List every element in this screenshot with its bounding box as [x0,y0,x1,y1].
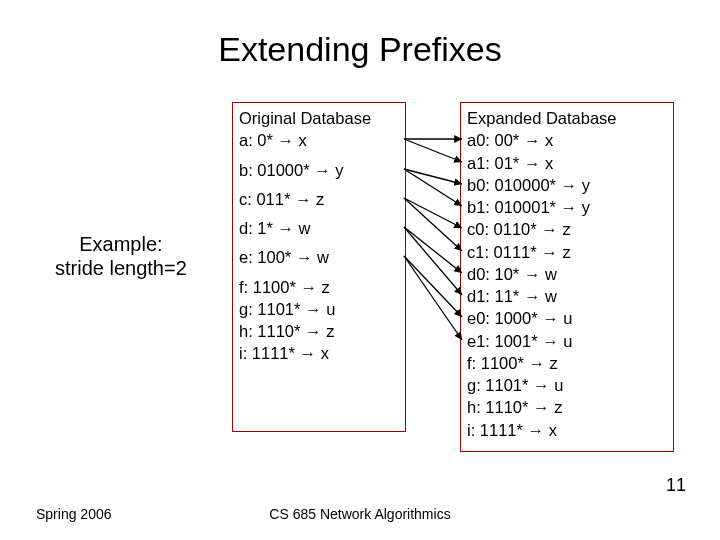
original-row-h: h: 1110* → z [239,320,399,342]
expanded-row-a1: a1: 01* → x [467,152,667,174]
original-database-box: Original Database a: 0* → xb: 01000* → y… [232,102,406,432]
arrow-e-to-e1 [404,256,462,340]
arrow-b-to-b1 [404,169,462,206]
arrow-d-to-d0 [404,227,462,273]
expanded-row-e1: e1: 1001* → u [467,330,667,352]
expanded-row-b1: b1: 010001* → y [467,196,667,218]
expanded-row-g: g: 1101* → u [467,374,667,396]
expanded-row-i: i: 1111* → x [467,419,667,441]
expanded-row-d1: d1: 11* → w [467,285,667,307]
expanded-row-h: h: 1110* → z [467,396,667,418]
expanded-header: Expanded Database [467,107,667,129]
original-row-f: f: 1100* → z [239,276,399,298]
original-header: Original Database [239,107,399,129]
expanded-database-box: Expanded Database a0: 00* → xa1: 01* → x… [460,102,674,452]
example-line2: stride length=2 [55,257,187,279]
expanded-row-a0: a0: 00* → x [467,129,667,151]
expanded-row-e0: e0: 1000* → u [467,307,667,329]
original-row-b: b: 01000* → y [239,159,399,181]
arrow-a-to-a1 [404,139,462,162]
expanded-row-f: f: 1100* → z [467,352,667,374]
arrow-e-to-e0 [404,256,462,317]
original-row-a: a: 0* → x [239,129,399,151]
arrow-c-to-c0 [404,198,462,228]
slide-number: 11 [666,475,686,496]
original-row-i: i: 1111* → x [239,342,399,364]
original-row-d: d: 1* → w [239,217,399,239]
original-row-e: e: 100* → w [239,246,399,268]
expanded-row-d0: d0: 10* → w [467,263,667,285]
original-row-g: g: 1101* → u [239,298,399,320]
example-note: Example: stride length=2 [55,232,187,280]
arrow-c-to-c1 [404,198,462,251]
example-line1: Example: [79,233,162,255]
expanded-row-c0: c0: 0110* → z [467,218,667,240]
slide-title: Extending Prefixes [0,30,720,69]
original-row-c: c: 011* → z [239,188,399,210]
footer-course: CS 685 Network Algorithmics [0,506,720,522]
arrow-b-to-b0 [404,169,462,184]
arrow-d-to-d1 [404,227,462,295]
expanded-row-b0: b0: 010000* → y [467,174,667,196]
expanded-row-c1: c1: 0111* → z [467,241,667,263]
